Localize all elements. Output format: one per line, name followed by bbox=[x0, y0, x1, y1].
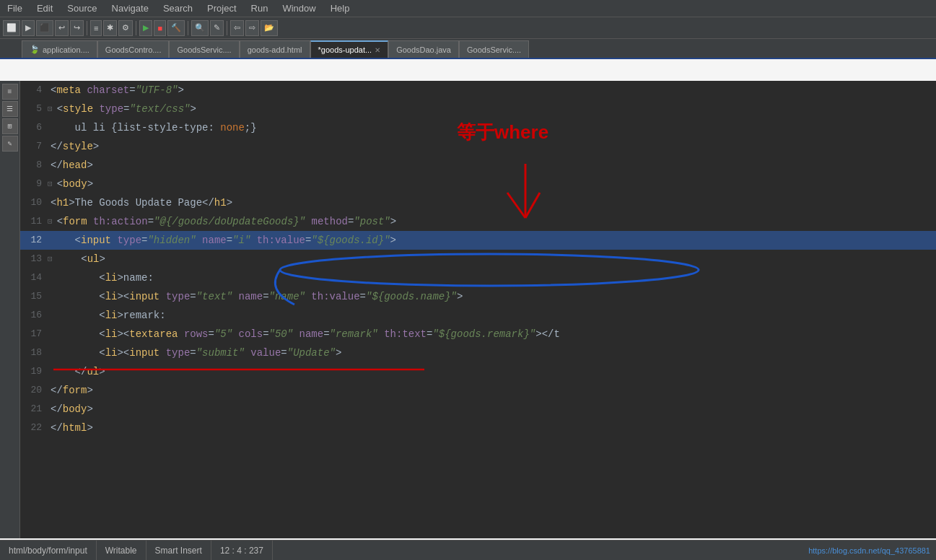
line-content-14: <li>name: bbox=[48, 268, 936, 287]
tab-goods-add[interactable]: goods-add.html bbox=[240, 40, 310, 58]
line-num-17: 17 bbox=[20, 325, 48, 344]
line-num-22: 22 bbox=[20, 419, 48, 437]
line-content-20: </form> bbox=[48, 381, 936, 400]
status-url[interactable]: https://blog.csdn.net/qq_43765881 bbox=[802, 546, 936, 555]
breadcrumb: html/body/form/input bbox=[0, 541, 97, 560]
line-content-8: </head> bbox=[48, 156, 936, 175]
toolbar-btn-6[interactable]: ≡ bbox=[90, 20, 102, 36]
code-line-6: 6 ul li {list-style-type: none;} bbox=[20, 118, 936, 137]
sidebar: ≡ ☰ ⊞ ✎ bbox=[0, 81, 20, 538]
line-content-19: </ul> bbox=[48, 362, 936, 381]
line-num-8: 8 bbox=[20, 156, 48, 175]
line-content-6: ul li {list-style-type: none;} bbox=[48, 118, 936, 137]
line-num-18: 18 bbox=[20, 344, 48, 362]
code-line-22: 22 </html> bbox=[20, 419, 936, 437]
toolbar-btn-10[interactable]: 🔍 bbox=[191, 20, 209, 36]
tab-goodsservic2[interactable]: GoodsServic.... bbox=[459, 40, 529, 58]
sidebar-icon-1[interactable]: ≡ bbox=[2, 84, 18, 100]
toolbar-btn-5[interactable]: ↪ bbox=[70, 20, 84, 36]
code-container: 4 <meta charset="UTF-8"> 5 ⊡ <style type… bbox=[20, 81, 936, 538]
line-num-13: 13 bbox=[20, 250, 48, 268]
menu-project[interactable]: Project bbox=[200, 1, 243, 15]
line-num-11: 11 bbox=[20, 212, 48, 231]
line-content-22: </html> bbox=[48, 419, 936, 437]
code-line-9: 9 ⊡ <body> bbox=[20, 175, 936, 193]
sidebar-icon-2[interactable]: ☰ bbox=[2, 101, 18, 117]
toolbar-btn-1[interactable]: ⬜ bbox=[3, 20, 20, 36]
line-num-14: 14 bbox=[20, 268, 48, 287]
toolbar-btn-3[interactable]: ⬛ bbox=[36, 20, 53, 36]
tab-goodscontro[interactable]: GoodsContro.... bbox=[97, 40, 170, 58]
toolbar-btn-4[interactable]: ↩ bbox=[55, 20, 69, 36]
code-line-14: 14 <li>name: bbox=[20, 268, 936, 287]
code-line-21: 21 </body> bbox=[20, 400, 936, 419]
code-line-19: 19 </ul> bbox=[20, 362, 936, 381]
toolbar-btn-11[interactable]: ✎ bbox=[210, 20, 224, 36]
status-right: https://blog.csdn.net/qq_43765881 bbox=[802, 546, 936, 555]
menu-file[interactable]: File bbox=[0, 1, 30, 15]
line-content-18: <li><input type="submit" value="Update"> bbox=[48, 344, 936, 362]
code-line-16: 16 <li>remark: bbox=[20, 306, 936, 325]
code-line-18: 18 <li><input type="submit" value="Updat… bbox=[20, 344, 936, 362]
line-content-10: <h1>The Goods Update Page</h1> bbox=[48, 193, 936, 212]
menu-source[interactable]: Source bbox=[60, 1, 104, 15]
tab-application[interactable]: 🍃 application.... bbox=[22, 40, 97, 58]
menu-search[interactable]: Search bbox=[156, 1, 200, 15]
menu-window[interactable]: Window bbox=[275, 1, 323, 15]
separator-4 bbox=[227, 21, 227, 35]
line-num-9: 9 bbox=[20, 175, 48, 193]
menu-edit[interactable]: Edit bbox=[30, 1, 60, 15]
tab-goods-update[interactable]: *goods-updat... ✕ bbox=[310, 40, 389, 58]
code-line-10: 10 <h1>The Goods Update Page</h1> bbox=[20, 193, 936, 212]
menu-run[interactable]: Run bbox=[244, 1, 276, 15]
line-num-7: 7 bbox=[20, 137, 48, 156]
toolbar-btn-2[interactable]: ▶ bbox=[22, 20, 35, 36]
line-num-16: 16 bbox=[20, 306, 48, 325]
menu-help[interactable]: Help bbox=[323, 1, 357, 15]
line-content-16: <li>remark: bbox=[48, 306, 936, 325]
status-mode: Writable bbox=[97, 541, 146, 560]
code-line-15: 15 <li><input type="text" name="name" th… bbox=[20, 287, 936, 306]
line-content-17: <li><textarea rows="5" cols="50" name="r… bbox=[48, 325, 936, 344]
line-num-20: 20 bbox=[20, 381, 48, 400]
toolbar-btn-stop[interactable]: ■ bbox=[154, 20, 166, 36]
line-content-15: <li><input type="text" name="name" th:va… bbox=[48, 287, 936, 306]
line-content-13: <ul> bbox=[54, 250, 936, 268]
line-num-12: 12 bbox=[20, 231, 48, 250]
line-content-5: <style type="text/css"> bbox=[54, 100, 936, 118]
line-num-19: 19 bbox=[20, 362, 48, 381]
code-line-5: 5 ⊡ <style type="text/css"> bbox=[20, 100, 936, 118]
status-bar: html/body/form/input Writable Smart Inse… bbox=[0, 540, 936, 560]
menu-navigate[interactable]: Navigate bbox=[105, 1, 156, 15]
toolbar-btn-7[interactable]: ✱ bbox=[103, 20, 117, 36]
sidebar-icon-3[interactable]: ⊞ bbox=[2, 118, 18, 134]
sidebar-icon-4[interactable]: ✎ bbox=[2, 136, 18, 152]
toolbar-btn-14[interactable]: 📂 bbox=[261, 20, 278, 36]
line-num-21: 21 bbox=[20, 400, 48, 419]
separator-2 bbox=[136, 21, 136, 35]
editor-area[interactable]: 4 <meta charset="UTF-8"> 5 ⊡ <style type… bbox=[20, 81, 936, 538]
line-content-7: </style> bbox=[48, 137, 936, 156]
toolbar-btn-run[interactable]: ▶ bbox=[139, 20, 152, 36]
line-num-15: 15 bbox=[20, 287, 48, 306]
tab-goodsservic1[interactable]: GoodsServic.... bbox=[169, 40, 239, 58]
code-line-4: 4 <meta charset="UTF-8"> bbox=[20, 81, 936, 100]
menu-bar: File Edit Source Navigate Search Project… bbox=[0, 0, 936, 17]
toolbar-btn-8[interactable]: ⚙ bbox=[118, 20, 133, 36]
line-content-11: <form th:action="@{/goods/doUpdateGoods}… bbox=[54, 212, 936, 231]
code-line-13: 13 ⊡ <ul> bbox=[20, 250, 936, 268]
code-line-17: 17 <li><textarea rows="5" cols="50" name… bbox=[20, 325, 936, 344]
toolbar-btn-13[interactable]: ⇨ bbox=[245, 20, 259, 36]
toolbar: ⬜ ▶ ⬛ ↩ ↪ ≡ ✱ ⚙ ▶ ■ 🔨 🔍 ✎ ⇦ ⇨ 📂 bbox=[0, 17, 936, 39]
line-num-4: 4 bbox=[20, 81, 48, 100]
line-content-21: </body> bbox=[48, 400, 936, 419]
code-line-11: 11 ⊡ <form th:action="@{/goods/doUpdateG… bbox=[20, 212, 936, 231]
toolbar-btn-9[interactable]: 🔨 bbox=[167, 20, 185, 36]
toolbar-btn-12[interactable]: ⇦ bbox=[230, 20, 244, 36]
line-num-6: 6 bbox=[20, 118, 48, 137]
tab-goodsdao[interactable]: GoodsDao.java bbox=[388, 40, 459, 58]
code-line-20: 20 </form> bbox=[20, 381, 936, 400]
line-content-4: <meta charset="UTF-8"> bbox=[48, 81, 936, 100]
status-position: 12 : 4 : 237 bbox=[211, 541, 273, 560]
code-line-7: 7 </style> bbox=[20, 137, 936, 156]
